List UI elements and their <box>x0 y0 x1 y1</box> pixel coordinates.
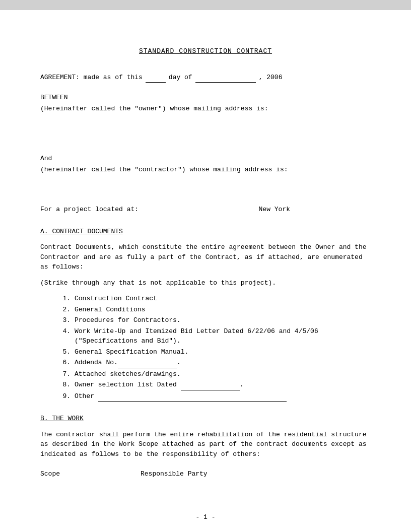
day-of-label: day of <box>169 73 192 83</box>
scope-header-line: Scope Responsible Party <box>40 469 371 479</box>
list-item: 1. Construction Contract <box>40 294 371 304</box>
list-item: 4. Work Write-Up and Itemized Bid Letter… <box>40 326 371 346</box>
between-heading: BETWEEN <box>40 93 371 103</box>
list-item: 3. Procedures for Contractors. <box>40 315 371 325</box>
month-blank <box>195 73 256 83</box>
addenda-blank <box>118 358 177 368</box>
owner-selection-blank <box>181 380 240 390</box>
page-number: - 1 - <box>0 512 411 522</box>
section-a: A. CONTRACT DOCUMENTS Contract Documents… <box>40 227 371 402</box>
between-description: (Hereinafter called the "owner") whose m… <box>40 104 371 114</box>
list-item: 9. Other <box>40 391 371 402</box>
project-label: For a project located at: <box>40 205 139 215</box>
list-item: 2. General Conditions <box>40 305 371 315</box>
responsible-party-label: Responsible Party <box>141 469 208 479</box>
list-item: 8. Owner selection list Dated . <box>40 380 371 390</box>
list-item: 5. General Specification Manual. <box>40 347 371 357</box>
section-b-heading: B. THE WORK <box>40 414 371 424</box>
year-label: , 2006 <box>259 73 283 83</box>
section-a-heading: A. CONTRACT DOCUMENTS <box>40 227 371 237</box>
document-page: STANDARD CONSTRUCTION CONTRACT AGREEMENT… <box>0 10 411 532</box>
between-section: BETWEEN (Hereinafter called the "owner")… <box>40 93 371 113</box>
and-heading: And <box>40 154 371 164</box>
project-line: For a project located at: New York <box>40 205 371 215</box>
list-item: 7. Attached sketches/drawings. <box>40 369 371 379</box>
strike-note: (Strike through any that is not applicab… <box>40 278 371 288</box>
scope-label: Scope <box>40 469 60 479</box>
section-a-intro: Contract Documents, which constitute the… <box>40 242 371 272</box>
project-location: New York <box>259 205 371 215</box>
document-title: STANDARD CONSTRUCTION CONTRACT <box>40 46 371 56</box>
list-item: 6. Addenda No. . <box>40 358 371 368</box>
agreement-prefix: AGREEMENT: made as of this <box>40 73 143 83</box>
and-description: (hereinafter called the "contractor") wh… <box>40 165 371 175</box>
other-blank <box>98 391 287 402</box>
and-section: And (hereinafter called the "contractor"… <box>40 154 371 174</box>
section-b-text: The contractor shall perform the entire … <box>40 430 371 459</box>
agreement-line: AGREEMENT: made as of this day of , 2006 <box>40 73 371 83</box>
day-blank <box>146 73 166 83</box>
section-b: B. THE WORK The contractor shall perform… <box>40 414 371 479</box>
contract-documents-list: 1. Construction Contract 2. General Cond… <box>40 294 371 402</box>
